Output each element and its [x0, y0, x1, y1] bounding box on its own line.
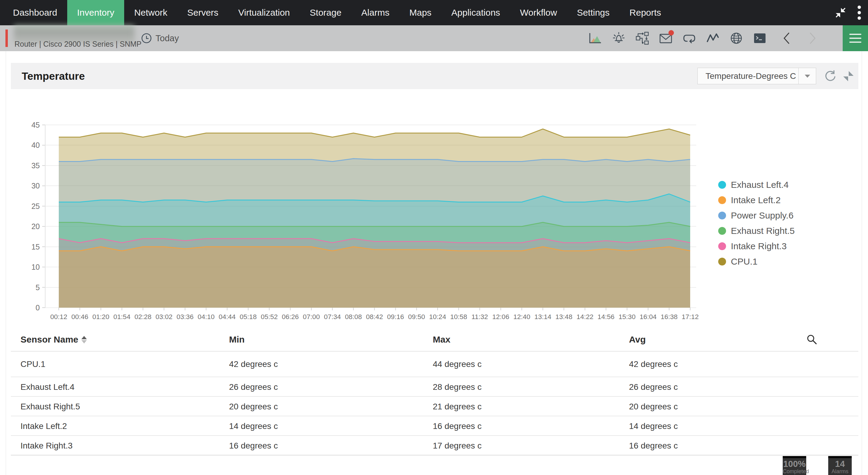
workflow-icon[interactable]	[635, 31, 649, 45]
top-nav: DashboardInventoryNetworkServersVirtuali…	[0, 0, 868, 25]
x-tick-label: 16:38	[661, 313, 678, 320]
chevron-right-icon[interactable]	[807, 31, 818, 46]
dropdown-arrow[interactable]	[798, 68, 816, 84]
table-cell: 16 degrees c	[433, 416, 482, 436]
legend-dot	[718, 227, 726, 235]
y-tick-label: 0	[36, 303, 40, 312]
performance-graph-icon[interactable]	[588, 31, 602, 45]
y-tick-label: 10	[31, 263, 40, 271]
terminal-icon[interactable]	[753, 31, 767, 45]
mail-alert-dot	[669, 30, 674, 36]
column-header-min[interactable]: Min	[229, 328, 245, 351]
table-cell: Exhaust Left.4	[21, 377, 74, 397]
nav-item-network[interactable]: Network	[124, 0, 177, 25]
nav-item-virtualization[interactable]: Virtualization	[228, 0, 300, 25]
mail-icon[interactable]	[659, 31, 673, 45]
table-cell: Intake Right.3	[21, 436, 73, 455]
globe-icon[interactable]	[730, 31, 743, 45]
nav-item-workflow[interactable]: Workflow	[510, 0, 567, 25]
table-row-exhaust-right-5[interactable]: Exhaust Right.520 degrees c21 degrees c2…	[11, 397, 858, 416]
legend-label: CPU.1	[731, 257, 757, 267]
refresh-icon[interactable]	[824, 70, 837, 82]
nav-item-reports[interactable]: Reports	[620, 0, 671, 25]
device-action-icons	[588, 25, 767, 51]
nav-item-dashboard[interactable]: Dashboard	[3, 0, 67, 25]
opmanager-window: DashboardInventoryNetworkServersVirtuali…	[0, 0, 868, 475]
table-cell: 28 degrees c	[433, 377, 482, 397]
y-tick-label: 25	[31, 202, 40, 210]
x-tick-label: 13:14	[534, 313, 551, 320]
table-cell: 26 degrees c	[629, 377, 678, 397]
y-tick-label: 40	[31, 141, 40, 149]
nav-item-storage[interactable]: Storage	[300, 0, 351, 25]
metric-dropdown[interactable]: Temperature-Degrees C	[698, 68, 816, 84]
table-cell: 26 degrees c	[229, 377, 278, 397]
x-tick-label: 05:52	[261, 313, 278, 320]
chevron-left-icon[interactable]	[781, 31, 793, 46]
table-row-intake-right-3[interactable]: Intake Right.316 degrees c17 degrees c16…	[11, 436, 858, 455]
table-cell: 44 degrees c	[433, 351, 482, 377]
table-row-intake-left-2[interactable]: Intake Left.214 degrees c16 degrees c14 …	[11, 416, 858, 436]
completed-value: 100%	[783, 460, 806, 468]
alarm-bell-icon[interactable]	[612, 31, 626, 45]
page-title: Temperature	[22, 63, 85, 89]
y-tick-label: 15	[31, 243, 40, 251]
column-header-avg[interactable]: Avg	[629, 328, 646, 351]
legend-label: Power Supply.6	[731, 210, 794, 220]
x-tick-label: 12:06	[492, 313, 509, 320]
sort-icon	[82, 336, 87, 343]
time-filter[interactable]: Today	[141, 25, 179, 51]
legend-item-exhaust-left-4[interactable]: Exhaust Left.4	[718, 180, 795, 190]
y-tick-label: 20	[31, 222, 40, 231]
alarms-badge[interactable]: 14 Alarms	[828, 456, 852, 475]
hamburger-menu-icon[interactable]	[843, 25, 868, 51]
nav-item-applications[interactable]: Applications	[441, 0, 510, 25]
time-filter-label: Today	[156, 33, 179, 43]
x-tick-label: 06:26	[282, 313, 299, 320]
legend-label: Exhaust Right.5	[731, 226, 795, 236]
legend-item-intake-left-2[interactable]: Intake Left.2	[718, 195, 795, 205]
table-cell: Intake Left.2	[21, 416, 67, 436]
legend-item-exhaust-right-5[interactable]: Exhaust Right.5	[718, 226, 795, 236]
y-tick-label: 45	[31, 121, 40, 129]
x-tick-label: 09:50	[408, 313, 425, 320]
table-row-exhaust-left-4[interactable]: Exhaust Left.426 degrees c28 degrees c26…	[11, 377, 858, 397]
nav-item-maps[interactable]: Maps	[399, 0, 441, 25]
table-cell: 42 degrees c	[229, 351, 278, 377]
nav-item-alarms[interactable]: Alarms	[351, 0, 399, 25]
nav-item-settings[interactable]: Settings	[567, 0, 619, 25]
compare-icon[interactable]	[842, 70, 855, 82]
device-subtitle: Router | Cisco 2900 IS Series | SNMP	[14, 40, 141, 48]
column-header-max[interactable]: Max	[433, 328, 450, 351]
main-nav-items: DashboardInventoryNetworkServersVirtuali…	[3, 0, 671, 25]
table-cell: 16 degrees c	[629, 436, 678, 455]
table-cell: 14 degrees c	[229, 416, 278, 436]
collapse-icon[interactable]	[834, 6, 847, 19]
table-cell: Exhaust Right.5	[21, 397, 80, 416]
x-tick-label: 14:56	[598, 313, 615, 320]
legend-dot	[718, 258, 726, 266]
kebab-menu-icon[interactable]	[857, 5, 861, 21]
y-tick-label: 5	[36, 283, 40, 292]
legend-item-power-supply-6[interactable]: Power Supply.6	[718, 210, 795, 220]
x-tick-label: 10:58	[450, 313, 467, 320]
nav-window-controls	[834, 0, 868, 25]
chart-legend: Exhaust Left.4Intake Left.2Power Supply.…	[718, 180, 795, 267]
x-tick-label: 17:12	[682, 313, 699, 320]
panel-header: Temperature Temperature-Degrees C	[11, 63, 858, 89]
nav-item-inventory[interactable]: Inventory	[67, 0, 124, 25]
legend-item-intake-right-3[interactable]: Intake Right.3	[718, 241, 795, 251]
x-tick-label: 04:10	[198, 313, 215, 320]
legend-item-cpu-1[interactable]: CPU.1	[718, 257, 795, 267]
loop-icon[interactable]	[682, 31, 696, 45]
column-header-sensor-name[interactable]: Sensor Name	[21, 328, 87, 351]
x-tick-label: 03:36	[177, 313, 193, 320]
nav-item-servers[interactable]: Servers	[177, 0, 228, 25]
area-intake-left-2	[59, 247, 690, 308]
table-row-cpu-1[interactable]: CPU.142 degrees c44 degrees c42 degrees …	[11, 351, 858, 377]
completed-badge[interactable]: 100% Completed	[783, 456, 806, 475]
legend-label: Exhaust Left.4	[731, 180, 789, 190]
monitor-zigzag-icon[interactable]	[706, 31, 720, 45]
x-tick-label: 15:30	[618, 313, 635, 320]
search-icon[interactable]	[806, 334, 818, 346]
